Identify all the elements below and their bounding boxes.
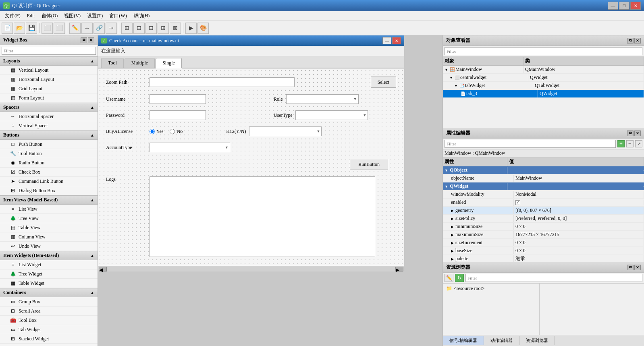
bottom-tab-action-editor[interactable]: 动作编辑器	[484, 336, 519, 345]
widget-table-view[interactable]: ▤ Table View	[0, 223, 98, 232]
menu-file[interactable]: 文件(F)	[2, 12, 24, 20]
app-close-btn[interactable]: ✕	[630, 2, 641, 10]
category-buttons[interactable]: Buttons ▲	[0, 131, 98, 140]
pe-section-qobject[interactable]: ▼ QObject	[443, 166, 644, 174]
widget-tab-widget[interactable]: ▭ Tab Widget	[0, 325, 98, 334]
k12-select[interactable]	[249, 126, 322, 136]
widget-tool-box[interactable]: 🧰 Tool Box	[0, 316, 98, 325]
pe-row-maximumsize[interactable]: ▶ maximumSize 16777215 × 16777215	[443, 231, 644, 239]
oi-row-centralwidget[interactable]: ▼ ⬜ centralwidget QWidget	[443, 74, 644, 82]
toolbar-buddies-btn[interactable]: 🔗	[93, 23, 105, 34]
pe-info-btn[interactable]: ↗	[635, 140, 642, 147]
toolbar-new-btn[interactable]: 📄	[2, 23, 13, 34]
username-input[interactable]	[150, 94, 206, 104]
usertype-select[interactable]	[295, 110, 368, 120]
menu-view[interactable]: 视图(V)	[61, 12, 84, 20]
widget-grid-layout[interactable]: ▦ Grid Layout	[0, 84, 98, 93]
inner-minimize-btn[interactable]: —	[382, 37, 391, 44]
category-item-views[interactable]: Item Views (Model-Based) ▲	[0, 195, 98, 205]
oi-float-btn[interactable]: ⧉	[627, 38, 634, 44]
rb-close-btn[interactable]: ✕	[634, 265, 641, 270]
toolbar-layout-break-btn[interactable]: ⊠	[170, 23, 181, 34]
menu-settings[interactable]: 设置(T)	[84, 12, 106, 20]
pe-geometry-arrow[interactable]: ▶	[451, 209, 454, 213]
pe-filter-input[interactable]	[445, 140, 616, 148]
scrollbar-left-btn[interactable]: ◀	[99, 267, 107, 271]
toolbar-taborder-btn[interactable]: ⇥	[106, 23, 117, 34]
toolbar-edit-btn[interactable]: ✏️	[69, 23, 81, 34]
widget-dialog-button-box[interactable]: ⊞ Dialog Button Box	[0, 186, 98, 195]
oi-close-btn[interactable]: ✕	[634, 38, 641, 44]
widget-vertical-layout[interactable]: ▤ Vertical Layout	[0, 66, 98, 75]
widget-box-close-btn[interactable]: ✕	[88, 37, 94, 43]
rb-refresh-btn[interactable]: ↻	[455, 274, 464, 282]
rb-resource-root[interactable]: 📁 <resource root>	[445, 285, 538, 292]
pe-qwidget-arrow[interactable]: ▼	[445, 184, 448, 189]
oi-filter-input[interactable]	[445, 47, 642, 55]
oi-row-tabwidget[interactable]: ▼ 📑 tabWidget QTabWidget	[443, 82, 644, 90]
category-spacers[interactable]: Spacers ▲	[0, 103, 98, 112]
toolbar-style-btn[interactable]: 🎨	[197, 23, 209, 34]
pe-float-btn[interactable]: ⧉	[627, 131, 634, 136]
pe-row-enabled[interactable]: enabled ✓	[443, 199, 644, 207]
widget-radio-button[interactable]: ◉ Radio Button	[0, 158, 98, 168]
widget-form-layout[interactable]: ▧ Form Layout	[0, 93, 98, 103]
widget-box-float-btn[interactable]: ⧉	[81, 37, 87, 43]
widget-tool-button[interactable]: 🔧 Tool Button	[0, 149, 98, 158]
widget-list-widget[interactable]: ≡ List Widget	[0, 260, 98, 269]
tab-tool[interactable]: Tool	[101, 58, 124, 68]
pe-sizepolicy-arrow[interactable]: ▶	[451, 217, 454, 221]
toolbar-redo-btn[interactable]: ⬜	[54, 23, 65, 34]
pe-minimumsize-arrow[interactable]: ▶	[451, 225, 454, 229]
toolbar-layout-h-btn[interactable]: ⊞	[121, 23, 133, 34]
menu-help[interactable]: 帮助(H)	[130, 12, 153, 20]
pe-maximumsize-arrow[interactable]: ▶	[451, 233, 454, 237]
account-type-select[interactable]	[150, 143, 230, 152]
category-containers[interactable]: Containers ▲	[0, 288, 98, 297]
design-area[interactable]: ✓ Check Account - ui_mainwindow.ui — ✕ 在…	[98, 35, 442, 346]
no-radio-label[interactable]: No	[170, 128, 183, 135]
rb-filter-input[interactable]	[465, 274, 642, 282]
no-radio[interactable]	[170, 129, 175, 134]
pe-basesize-arrow[interactable]: ▶	[451, 249, 454, 253]
menu-edit[interactable]: Edit	[24, 12, 38, 20]
widget-tree-widget[interactable]: 🌲 Tree Widget	[0, 269, 98, 279]
pe-row-basesize[interactable]: ▶ baseSize 0 × 0	[443, 247, 644, 255]
yes-radio[interactable]	[150, 129, 155, 134]
scrollbar-right-btn[interactable]: ▶	[395, 267, 403, 271]
widget-check-box[interactable]: ☑ Check Box	[0, 168, 98, 177]
widget-h-spacer[interactable]: ↔ Horizontal Spacer	[0, 112, 98, 121]
logs-textarea[interactable]	[150, 176, 375, 257]
widget-table-widget[interactable]: ▦ Table Widget	[0, 279, 98, 288]
widget-push-button[interactable]: □ Push Button	[0, 140, 98, 149]
yes-radio-label[interactable]: Yes	[150, 128, 163, 135]
widget-horizontal-layout[interactable]: ▥ Horizontal Layout	[0, 75, 98, 84]
menu-form[interactable]: 窗体(O)	[38, 12, 61, 20]
widget-tree-view[interactable]: 🌲 Tree View	[0, 214, 98, 223]
rb-float-btn[interactable]: ⧉	[627, 265, 634, 270]
role-select[interactable]	[286, 94, 359, 104]
app-maximize-btn[interactable]: □	[619, 2, 629, 10]
tab-multiple[interactable]: Multiple	[125, 58, 155, 68]
inner-close-btn[interactable]: ✕	[392, 37, 401, 44]
pe-palette-arrow[interactable]: ▶	[451, 257, 454, 261]
pe-row-minimumsize[interactable]: ▶ minimumSize 0 × 0	[443, 223, 644, 231]
pe-section-qwidget[interactable]: ▼ QWidget	[443, 182, 644, 191]
widget-column-view[interactable]: ▥ Column View	[0, 232, 98, 242]
pe-add-btn[interactable]: +	[617, 140, 625, 147]
oi-row-tab3[interactable]: 📄 tab_3 QWidget	[443, 90, 644, 98]
widget-v-spacer[interactable]: ↕ Vertical Spacer	[0, 121, 98, 131]
oi-row-mainwindow[interactable]: ▼ 🪟 MainWindow QMainWindow	[443, 66, 644, 74]
pe-sizeincrement-arrow[interactable]: ▶	[451, 241, 454, 245]
toolbar-preview-btn[interactable]: ▶	[185, 23, 197, 34]
pe-row-sizepolicy[interactable]: ▶ sizePolicy [Preferred, Preferred, 0, 0…	[443, 215, 644, 223]
widget-scroll-area[interactable]: ⊡ Scroll Area	[0, 307, 98, 316]
pe-qobject-arrow[interactable]: ▼	[445, 168, 448, 172]
menu-window[interactable]: 窗口(W)	[106, 12, 130, 20]
pe-row-geometry[interactable]: ▶ geometry [(0, 0), 807 × 676]	[443, 207, 644, 215]
widget-stacked-widget[interactable]: ⊞ Stacked Widget	[0, 334, 98, 344]
pe-row-palette[interactable]: ▶ palette 继承	[443, 255, 644, 262]
widget-undo-view[interactable]: ↩ Undo View	[0, 242, 98, 251]
run-button[interactable]: RunButton	[350, 159, 388, 170]
pe-row-sizeincrement[interactable]: ▶ sizeIncrement 0 × 0	[443, 239, 644, 247]
